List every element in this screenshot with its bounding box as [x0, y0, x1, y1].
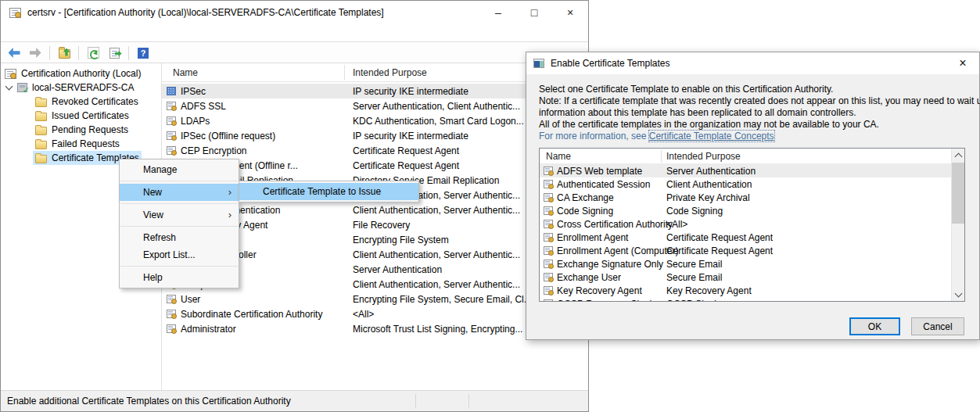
- certificate-template-icon: [544, 286, 553, 295]
- note-line: information about this template has been…: [539, 107, 980, 119]
- window-controls: – □ ×: [480, 1, 588, 24]
- dialog-title: Enable Certificate Templates: [551, 58, 670, 69]
- certification-authority-icon: [5, 69, 16, 79]
- folder-icon: [35, 141, 47, 149]
- folder-icon: [35, 127, 47, 135]
- LDAPs[interactable]: LDAPsKDC Authentication, Smart Card Logo…: [162, 113, 588, 128]
- list-header: Name Intended Purpose: [162, 63, 588, 82]
- note-line: Select one Certificate Template to enabl…: [539, 84, 980, 95]
- chevron-down-icon[interactable]: [5, 83, 13, 91]
- certificate-template-icon: [544, 193, 553, 202]
- tree-item-ca[interactable]: local-SERVERADFS-CA: [1, 81, 161, 95]
- tree-item-revoked-certificates[interactable]: Revoked Certificates: [1, 95, 161, 109]
- menu-item-view[interactable]: View›: [120, 206, 239, 224]
- Authenticated Session[interactable]: Authenticated SessionClient Authenticati…: [540, 177, 951, 191]
- link-prefix: For more information, see: [539, 131, 649, 142]
- Cross Certification Authority[interactable]: Cross Certification Authority<All>: [540, 217, 951, 231]
- column-divider[interactable]: [344, 65, 345, 80]
- certificate-template-icon: [167, 131, 176, 140]
- tree-item-failed-requests[interactable]: Failed Requests: [1, 137, 161, 151]
- OCSP Response Signing[interactable]: OCSP Response SigningOCSP Signing: [540, 297, 951, 301]
- refresh-icon[interactable]: [85, 45, 101, 61]
- folder-icon: [35, 155, 47, 163]
- menu-item-refresh[interactable]: Refresh: [120, 229, 239, 246]
- CEP Encryption[interactable]: CEP EncryptionCertificate Request Agent: [162, 143, 588, 158]
- dialog-close-icon[interactable]: ×: [946, 56, 979, 70]
- certificate-template-concepts-link[interactable]: Certificate Template Concepts: [649, 131, 774, 142]
- CA Exchange[interactable]: CA ExchangePrivate Key Archival: [540, 191, 951, 204]
- forward-icon[interactable]: [27, 45, 43, 61]
- export-list-icon[interactable]: [106, 45, 122, 61]
- up-one-level-icon[interactable]: [56, 45, 72, 61]
- note-line: Note: If a certificate template that was…: [539, 95, 980, 107]
- scroll-thumb[interactable]: [952, 163, 964, 224]
- scroll-down-icon[interactable]: [952, 288, 964, 301]
- scroll-up-icon[interactable]: [952, 149, 964, 162]
- statusbar-pane-divider: [415, 394, 416, 408]
- User[interactable]: UserEncrypting File System, Secure Email…: [162, 292, 588, 306]
- Exchange Signature Only[interactable]: Exchange Signature OnlySecure Email: [540, 257, 951, 270]
- column-header-name[interactable]: Name: [546, 151, 571, 162]
- certificate-template-icon: [544, 220, 553, 228]
- certificate-template-icon: [544, 206, 553, 215]
- IPSec (Offline request)[interactable]: IPSec (Offline request)IP security IKE i…: [162, 128, 588, 143]
- menu-item-help[interactable]: Help: [120, 269, 239, 286]
- folder-icon: [35, 113, 47, 121]
- certificate-template-icon: [167, 102, 176, 110]
- toolbar-separator: [78, 46, 79, 60]
- note-line: All of the certificate templates in the …: [539, 119, 980, 131]
- submenu-arrow-icon: ›: [228, 209, 232, 220]
- maximize-button[interactable]: □: [516, 1, 552, 24]
- minimize-button[interactable]: –: [480, 1, 516, 24]
- certificate-template-icon: [544, 246, 553, 255]
- certificate-template-icon: [167, 295, 176, 303]
- certificate-template-icon: [167, 116, 176, 125]
- Enrollment Agent (Computer)[interactable]: Enrollment Agent (Computer)Certificate R…: [540, 244, 951, 257]
- column-header-name[interactable]: Name: [173, 67, 198, 78]
- Administrator[interactable]: AdministratorMicrosoft Trust List Signin…: [162, 321, 588, 336]
- tree-item-issued-certificates[interactable]: Issued Certificates: [1, 109, 161, 123]
- window-title: certsrv - [Certification Authority (Loca…: [27, 7, 384, 18]
- close-button[interactable]: ×: [552, 1, 588, 24]
- dialog-icon: [533, 59, 544, 68]
- Code Signing[interactable]: Code SigningCode Signing: [540, 204, 951, 217]
- certificate-template-icon: [544, 273, 553, 281]
- dialog-title-bar: Enable Certificate Templates ×: [526, 52, 979, 74]
- list-header: Name Intended Purpose: [540, 149, 951, 164]
- column-header-purpose[interactable]: Intended Purpose: [353, 67, 427, 78]
- Exchange User[interactable]: Exchange UserSecure Email: [540, 270, 951, 284]
- IPSec[interactable]: IPSecIP security IKE intermediate: [162, 84, 588, 99]
- enable-certificate-templates-dialog: Enable Certificate Templates × Select on…: [526, 52, 980, 340]
- toolbar-separator: [128, 46, 129, 60]
- list-rows: ADFS Web templateServer AuthenticationAu…: [540, 164, 951, 301]
- tree-item-pending-requests[interactable]: Pending Requests: [1, 123, 161, 137]
- menu-item-manage[interactable]: Manage: [120, 161, 239, 178]
- Key Recovery Agent[interactable]: Key Recovery AgentKey Recovery Agent: [540, 284, 951, 297]
- note-link-line: For more information, see Certificate Te…: [539, 131, 980, 142]
- menu-item-certificate-template-to-issue[interactable]: Certificate Template to Issue: [239, 183, 418, 200]
- ok-button[interactable]: OK: [849, 317, 900, 335]
- scrollbar[interactable]: [951, 149, 964, 301]
- column-divider[interactable]: [661, 150, 662, 163]
- menu-separator: [120, 181, 238, 181]
- ADFS Web template[interactable]: ADFS Web templateServer Authentication: [540, 164, 951, 177]
- ADFS SSL[interactable]: ADFS SSLServer Authentication, Client Au…: [162, 99, 588, 113]
- Enrollment Agent[interactable]: Enrollment AgentCertificate Request Agen…: [540, 231, 951, 244]
- toolbar: [1, 43, 588, 63]
- menu-separator: [120, 203, 238, 204]
- certificate-template-icon: [544, 299, 553, 301]
- back-icon[interactable]: [6, 45, 22, 61]
- help-icon[interactable]: [135, 45, 151, 61]
- certificate-template-icon: [544, 233, 553, 242]
- certificate-template-icon: [544, 260, 553, 268]
- menu-item-new[interactable]: New›: [120, 184, 239, 201]
- menu-item-export-list[interactable]: Export List...: [120, 246, 239, 263]
- tree-item-certification-authority[interactable]: Certification Authority (Local): [1, 66, 161, 81]
- column-header-purpose[interactable]: Intended Purpose: [666, 151, 741, 162]
- menu-separator: [120, 266, 238, 267]
- menu-bar: [1, 24, 588, 42]
- cancel-button[interactable]: Cancel: [911, 317, 964, 335]
- ca-server-icon: [17, 83, 27, 92]
- Subordinate Certification Authority[interactable]: Subordinate Certification Authority<All>: [162, 306, 588, 321]
- certificate-template-icon: [167, 310, 176, 318]
